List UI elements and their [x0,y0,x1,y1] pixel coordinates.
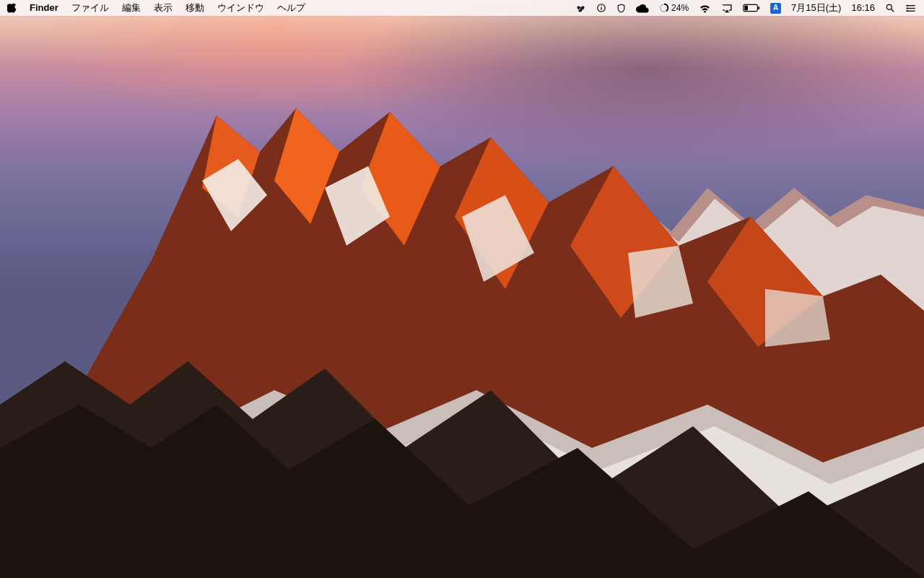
status-date[interactable]: 7月15日(土) [789,0,843,16]
status-spotlight[interactable] [883,3,897,13]
menubar-left: Finder ファイル 編集 表示 移動 ウインドウ ヘルプ [7,0,312,16]
status-battery-ring[interactable]: 24% [657,0,691,16]
ime-icon: A [770,3,781,14]
battery-percent-label: 24% [671,0,689,16]
menu-help[interactable]: ヘルプ [271,0,312,16]
battery-icon [743,4,760,12]
apple-menu[interactable] [7,3,23,13]
svg-line-8 [892,9,894,12]
wifi-icon [699,4,711,13]
status-airplay[interactable] [719,4,735,13]
fan-control-icon [575,3,586,14]
menu-window[interactable]: ウインドウ [211,0,271,16]
apple-logo-icon [7,3,17,13]
svg-point-7 [886,4,892,9]
status-battery[interactable] [741,4,762,12]
status-wifi[interactable] [697,4,713,13]
svg-point-12 [907,4,908,6]
wallpaper-sierra [0,0,924,578]
status-fan[interactable] [573,3,588,14]
notification-center-icon [905,4,916,13]
status-cloud[interactable] [634,4,651,13]
svg-point-13 [907,7,908,9]
svg-rect-2 [601,6,601,7]
cloud-icon [636,4,649,13]
shield-icon [616,3,626,14]
svg-rect-6 [744,6,748,10]
svg-rect-5 [758,7,759,9]
menubar: Finder ファイル 編集 表示 移動 ウインドウ ヘルプ [0,0,924,16]
menu-file[interactable]: ファイル [65,0,116,16]
menu-go[interactable]: 移動 [179,0,211,16]
status-info[interactable] [594,3,609,13]
svg-point-14 [907,10,908,12]
airplay-icon [721,4,733,13]
menubar-app-name[interactable]: Finder [23,0,65,16]
battery-ring-icon [659,3,669,13]
spotlight-search-icon [885,3,895,13]
menu-view[interactable]: 表示 [147,0,179,16]
status-ime[interactable]: A [768,3,783,14]
desktop[interactable]: Finder ファイル 編集 表示 移動 ウインドウ ヘルプ [0,0,924,578]
status-notification-center[interactable] [903,4,918,13]
menubar-right: 24% A 7月15日(土) 16:16 [573,0,918,16]
status-shield[interactable] [614,3,628,14]
status-time[interactable]: 16:16 [849,0,877,16]
svg-rect-1 [601,7,601,10]
info-icon [596,3,606,13]
menu-edit[interactable]: 編集 [116,0,147,16]
